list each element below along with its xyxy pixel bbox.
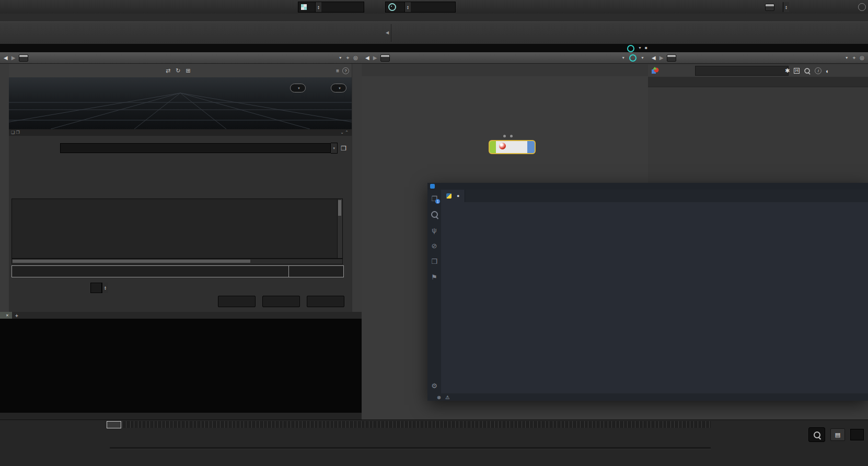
- shelf-scroll-left-icon[interactable]: ◀: [386, 30, 389, 35]
- follow-icon[interactable]: [629, 54, 636, 62]
- python-shell-tab[interactable]: ✕: [0, 312, 12, 319]
- scene-selector[interactable]: ▲▼: [385, 2, 456, 13]
- unsaved-dot-icon[interactable]: ●: [457, 193, 459, 199]
- node-name-field[interactable]: [695, 66, 789, 76]
- node-flag-dot[interactable]: [503, 135, 506, 137]
- parameter-tabs: [648, 77, 868, 87]
- problems-indicator[interactable]: ⊗ ⚠: [437, 394, 449, 400]
- new-tab-icon[interactable]: +: [12, 313, 21, 319]
- node-flag-dot[interactable]: [510, 135, 513, 137]
- geometry-type-icon: [651, 67, 659, 75]
- node-display-flag[interactable]: [490, 141, 496, 153]
- playhead[interactable]: [107, 421, 121, 428]
- cancel-button[interactable]: [307, 296, 344, 307]
- script-hscrollbar[interactable]: [11, 259, 343, 264]
- parameter-pathbar: ◀ ▶ ▼ ⌖ ◎: [648, 52, 868, 64]
- back-icon[interactable]: ◀: [365, 55, 369, 61]
- houdini-help-icon[interactable]: H: [794, 68, 800, 74]
- options-dropdown-icon[interactable]: ▼: [641, 56, 644, 60]
- vscode-editor-tab[interactable]: ●: [441, 190, 465, 202]
- camera-selector[interactable]: ▼: [331, 84, 346, 92]
- compare-icon[interactable]: ◐: [826, 68, 829, 74]
- file-chooser-icon[interactable]: ❒: [341, 145, 346, 152]
- geometry-node[interactable]: [489, 140, 536, 154]
- viewport-header: ⇄ ↻ ⊞ ≡ ?: [9, 64, 352, 78]
- network-pane-menu-icon[interactable]: ■: [643, 44, 649, 52]
- dialog-file-icon[interactable]: ❏ ❐: [11, 130, 20, 135]
- save-to-field[interactable]: [60, 143, 331, 153]
- extensions-icon[interactable]: ❒: [427, 254, 441, 268]
- path-dropdown-icon[interactable]: ▼: [339, 56, 342, 60]
- language-spinner[interactable]: ▲▼: [102, 283, 108, 293]
- timeline-ruler[interactable]: [107, 421, 711, 428]
- back-icon[interactable]: ◀: [652, 55, 656, 61]
- vscode-activity-bar: ❐1 ψ ⊘ ❒ ⚑ ⚙: [427, 190, 441, 393]
- clapperboard-icon: [19, 54, 28, 62]
- vscode-titlebar[interactable]: [427, 183, 868, 190]
- script-vscrollbar[interactable]: [337, 199, 342, 258]
- network-linker-icon[interactable]: [627, 45, 634, 52]
- forward-icon[interactable]: ▶: [373, 55, 377, 61]
- link-icon[interactable]: ◎: [860, 55, 864, 61]
- view-menu-icon[interactable]: ≡: [336, 68, 339, 74]
- scene-target-icon: [388, 3, 396, 11]
- accept-button[interactable]: [262, 296, 300, 307]
- vscode-editor[interactable]: [441, 202, 868, 393]
- pin-icon[interactable]: ⌖: [853, 55, 856, 61]
- manage-gear-icon[interactable]: ⚙: [427, 379, 441, 392]
- network-menubar: [362, 64, 648, 77]
- search-icon[interactable]: [805, 68, 810, 73]
- python-file-icon: [446, 193, 452, 199]
- scene-selector-spinner[interactable]: ▲▼: [404, 2, 411, 12]
- search-icon[interactable]: [427, 207, 441, 221]
- clapperboard-icon: [765, 4, 774, 11]
- script-message-field[interactable]: [12, 266, 288, 277]
- desktop-grid-icon: [301, 4, 307, 10]
- bookmark-icon[interactable]: ⚑: [427, 270, 441, 284]
- python-shell-output[interactable]: [2, 319, 362, 413]
- range-slider-groove[interactable]: [110, 447, 711, 449]
- desktop-selector[interactable]: ▲▼: [298, 2, 364, 13]
- viewport-3d[interactable]: ▼ ▼: [9, 77, 352, 129]
- path-dropdown-icon[interactable]: ▼: [845, 56, 849, 60]
- node-render-flag[interactable]: [527, 141, 535, 153]
- shot-selector[interactable]: ▲▼: [762, 2, 855, 13]
- script-status-row: [11, 265, 344, 277]
- perspective-selector[interactable]: ▼: [290, 84, 306, 92]
- playbar-right-controls: ▤: [808, 427, 864, 442]
- debug-icon[interactable]: ⊘: [427, 239, 441, 252]
- gear-icon[interactable]: ✱: [785, 67, 790, 74]
- python-shell-pane: ✕ +: [0, 312, 362, 413]
- source-control-icon[interactable]: ψ: [427, 223, 441, 237]
- forward-icon[interactable]: ▶: [659, 55, 664, 61]
- forward-icon[interactable]: ▶: [11, 55, 16, 61]
- help-icon[interactable]: [858, 3, 866, 11]
- explorer-icon[interactable]: ❐1: [427, 192, 441, 205]
- channels-icon[interactable]: ▤: [830, 428, 845, 441]
- save-to-dropdown-icon[interactable]: ▼: [331, 143, 338, 154]
- view-refresh-icon[interactable]: ↻: [176, 67, 180, 74]
- channels-info-label: [850, 429, 864, 440]
- desktop-selector-spinner[interactable]: ▲▼: [315, 2, 321, 12]
- main-menubar: ▲▼ ▲▼ ▲▼: [0, 0, 868, 14]
- script-editor[interactable]: [11, 199, 343, 259]
- timeline-zoom-icon[interactable]: [808, 427, 825, 442]
- shelf-separator: [391, 24, 391, 42]
- info-icon[interactable]: i: [815, 67, 821, 74]
- path-dropdown-icon[interactable]: ▼: [621, 56, 625, 60]
- link-icon[interactable]: ◎: [353, 55, 358, 61]
- script-language-dropdown[interactable]: [90, 283, 102, 293]
- view-help-icon[interactable]: ?: [342, 67, 349, 74]
- pin-icon[interactable]: ⌖: [346, 55, 350, 61]
- dialog-titlebar[interactable]: [9, 130, 352, 136]
- shelf: ◀: [0, 14, 868, 44]
- dialog-collapse-icon[interactable]: ⌄ ⌃: [340, 130, 349, 135]
- view-layout-icon[interactable]: ⊞: [186, 67, 190, 74]
- view-swap-icon[interactable]: ⇄: [166, 67, 170, 74]
- apply-button[interactable]: [218, 296, 256, 307]
- close-icon[interactable]: ✕: [6, 312, 9, 319]
- playbar: ▤: [0, 420, 868, 466]
- back-icon[interactable]: ◀: [4, 55, 8, 61]
- network-tab-dropdown-icon[interactable]: ▼: [636, 44, 643, 52]
- shot-selector-spinner[interactable]: ▲▼: [783, 2, 789, 12]
